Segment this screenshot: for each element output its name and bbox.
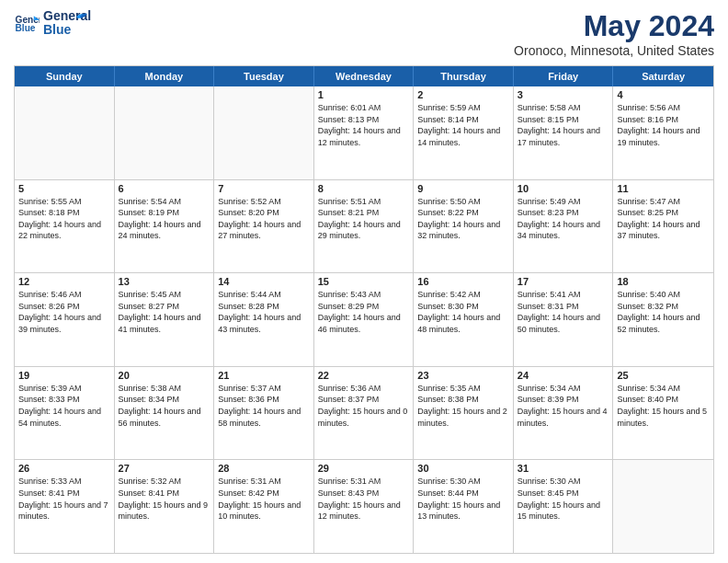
day-info: Sunrise: 5:46 AM Sunset: 8:26 PM Dayligh… [18, 289, 110, 335]
calendar-cell: 27Sunrise: 5:32 AM Sunset: 8:41 PM Dayli… [115, 460, 215, 553]
calendar-cell: 1Sunrise: 6:01 AM Sunset: 8:13 PM Daylig… [314, 86, 415, 179]
calendar-cell [214, 86, 314, 179]
day-number: 18 [617, 276, 710, 287]
logo: General Blue General Blue [14, 9, 87, 38]
day-number: 3 [518, 89, 609, 100]
day-info: Sunrise: 5:36 AM Sunset: 8:37 PM Dayligh… [318, 383, 410, 429]
day-info: Sunrise: 5:34 AM Sunset: 8:39 PM Dayligh… [518, 383, 609, 429]
day-info: Sunrise: 5:52 AM Sunset: 8:20 PM Dayligh… [218, 196, 310, 242]
day-info: Sunrise: 5:50 AM Sunset: 8:22 PM Dayligh… [417, 196, 509, 242]
day-info: Sunrise: 5:47 AM Sunset: 8:25 PM Dayligh… [617, 196, 710, 242]
calendar-cell: 20Sunrise: 5:38 AM Sunset: 8:34 PM Dayli… [115, 367, 215, 460]
calendar-cell [613, 460, 713, 553]
day-number: 28 [218, 463, 310, 474]
day-number: 22 [318, 370, 410, 381]
day-number: 12 [18, 276, 110, 287]
day-number: 9 [417, 183, 509, 194]
calendar-row: 12Sunrise: 5:46 AM Sunset: 8:26 PM Dayli… [15, 273, 713, 367]
day-number: 20 [119, 370, 210, 381]
calendar-cell: 17Sunrise: 5:41 AM Sunset: 8:31 PM Dayli… [514, 273, 614, 366]
calendar-cell: 14Sunrise: 5:44 AM Sunset: 8:28 PM Dayli… [214, 273, 314, 366]
calendar-cell [115, 86, 215, 179]
day-number: 5 [18, 183, 110, 194]
weekday-header: Wednesday [314, 66, 415, 86]
day-info: Sunrise: 5:56 AM Sunset: 8:16 PM Dayligh… [617, 102, 710, 148]
calendar-cell: 11Sunrise: 5:47 AM Sunset: 8:25 PM Dayli… [613, 180, 713, 273]
calendar-header: SundayMondayTuesdayWednesdayThursdayFrid… [15, 66, 713, 86]
day-number: 6 [119, 183, 210, 194]
weekday-header: Sunday [15, 66, 115, 86]
day-number: 7 [218, 183, 310, 194]
day-number: 24 [518, 370, 609, 381]
weekday-header: Monday [115, 66, 215, 86]
calendar-cell: 23Sunrise: 5:35 AM Sunset: 8:38 PM Dayli… [414, 367, 514, 460]
calendar-cell: 30Sunrise: 5:30 AM Sunset: 8:44 PM Dayli… [414, 460, 514, 553]
day-number: 30 [417, 463, 509, 474]
day-info: Sunrise: 5:43 AM Sunset: 8:29 PM Dayligh… [318, 289, 410, 335]
day-info: Sunrise: 5:40 AM Sunset: 8:32 PM Dayligh… [617, 289, 710, 335]
page: General Blue General Blue May 2024 Orono… [0, 0, 728, 563]
calendar-cell [15, 86, 115, 179]
calendar-cell: 16Sunrise: 5:42 AM Sunset: 8:30 PM Dayli… [414, 273, 514, 366]
calendar-body: 1Sunrise: 6:01 AM Sunset: 8:13 PM Daylig… [15, 86, 713, 553]
weekday-header: Thursday [414, 66, 514, 86]
day-number: 21 [218, 370, 310, 381]
calendar-cell: 5Sunrise: 5:55 AM Sunset: 8:18 PM Daylig… [15, 180, 115, 273]
calendar-cell: 31Sunrise: 5:30 AM Sunset: 8:45 PM Dayli… [514, 460, 614, 553]
calendar-cell: 3Sunrise: 5:58 AM Sunset: 8:15 PM Daylig… [514, 86, 614, 179]
calendar-cell: 15Sunrise: 5:43 AM Sunset: 8:29 PM Dayli… [314, 273, 415, 366]
day-info: Sunrise: 5:39 AM Sunset: 8:33 PM Dayligh… [18, 383, 110, 429]
day-info: Sunrise: 5:38 AM Sunset: 8:34 PM Dayligh… [119, 383, 210, 429]
day-info: Sunrise: 5:41 AM Sunset: 8:31 PM Dayligh… [518, 289, 609, 335]
day-number: 26 [18, 463, 110, 474]
day-info: Sunrise: 5:33 AM Sunset: 8:41 PM Dayligh… [18, 476, 110, 522]
day-info: Sunrise: 5:42 AM Sunset: 8:30 PM Dayligh… [417, 289, 509, 335]
day-number: 16 [417, 276, 509, 287]
calendar-cell: 22Sunrise: 5:36 AM Sunset: 8:37 PM Dayli… [314, 367, 415, 460]
calendar-cell: 13Sunrise: 5:45 AM Sunset: 8:27 PM Dayli… [115, 273, 215, 366]
weekday-header: Saturday [613, 66, 713, 86]
day-info: Sunrise: 5:55 AM Sunset: 8:18 PM Dayligh… [18, 196, 110, 242]
day-info: Sunrise: 5:30 AM Sunset: 8:45 PM Dayligh… [518, 476, 609, 522]
calendar-cell: 7Sunrise: 5:52 AM Sunset: 8:20 PM Daylig… [214, 180, 314, 273]
calendar-cell: 19Sunrise: 5:39 AM Sunset: 8:33 PM Dayli… [15, 367, 115, 460]
calendar-cell: 10Sunrise: 5:49 AM Sunset: 8:23 PM Dayli… [514, 180, 614, 273]
day-info: Sunrise: 6:01 AM Sunset: 8:13 PM Dayligh… [318, 102, 410, 148]
calendar-cell: 21Sunrise: 5:37 AM Sunset: 8:36 PM Dayli… [214, 367, 314, 460]
day-info: Sunrise: 5:35 AM Sunset: 8:38 PM Dayligh… [417, 383, 509, 429]
day-number: 19 [18, 370, 110, 381]
calendar-cell: 2Sunrise: 5:59 AM Sunset: 8:14 PM Daylig… [414, 86, 514, 179]
calendar-cell: 26Sunrise: 5:33 AM Sunset: 8:41 PM Dayli… [15, 460, 115, 553]
calendar-cell: 18Sunrise: 5:40 AM Sunset: 8:32 PM Dayli… [613, 273, 713, 366]
day-number: 2 [417, 89, 509, 100]
day-info: Sunrise: 5:37 AM Sunset: 8:36 PM Dayligh… [218, 383, 310, 429]
day-info: Sunrise: 5:30 AM Sunset: 8:44 PM Dayligh… [417, 476, 509, 522]
calendar-row: 26Sunrise: 5:33 AM Sunset: 8:41 PM Dayli… [15, 460, 713, 553]
day-info: Sunrise: 5:45 AM Sunset: 8:27 PM Dayligh… [119, 289, 210, 335]
day-info: Sunrise: 5:49 AM Sunset: 8:23 PM Dayligh… [518, 196, 609, 242]
calendar-row: 19Sunrise: 5:39 AM Sunset: 8:33 PM Dayli… [15, 367, 713, 461]
day-number: 1 [318, 89, 410, 100]
day-info: Sunrise: 5:31 AM Sunset: 8:42 PM Dayligh… [218, 476, 310, 522]
day-number: 15 [318, 276, 410, 287]
day-info: Sunrise: 5:31 AM Sunset: 8:43 PM Dayligh… [318, 476, 410, 522]
day-number: 11 [617, 183, 710, 194]
day-number: 8 [318, 183, 410, 194]
title-block: May 2024 Oronoco, Minnesota, United Stat… [514, 9, 714, 58]
day-info: Sunrise: 5:59 AM Sunset: 8:14 PM Dayligh… [417, 102, 509, 148]
calendar-cell: 8Sunrise: 5:51 AM Sunset: 8:21 PM Daylig… [314, 180, 415, 273]
day-info: Sunrise: 5:34 AM Sunset: 8:40 PM Dayligh… [617, 383, 710, 429]
weekday-header: Tuesday [214, 66, 314, 86]
day-number: 13 [119, 276, 210, 287]
weekday-header: Friday [514, 66, 614, 86]
day-number: 23 [417, 370, 509, 381]
calendar-cell: 24Sunrise: 5:34 AM Sunset: 8:39 PM Dayli… [514, 367, 614, 460]
subtitle: Oronoco, Minnesota, United States [514, 43, 714, 58]
day-info: Sunrise: 5:54 AM Sunset: 8:19 PM Dayligh… [119, 196, 210, 242]
day-number: 4 [617, 89, 710, 100]
day-info: Sunrise: 5:32 AM Sunset: 8:41 PM Dayligh… [119, 476, 210, 522]
logo-icon: General Blue [14, 10, 40, 36]
calendar-cell: 9Sunrise: 5:50 AM Sunset: 8:22 PM Daylig… [414, 180, 514, 273]
calendar-cell: 4Sunrise: 5:56 AM Sunset: 8:16 PM Daylig… [613, 86, 713, 179]
calendar-cell: 12Sunrise: 5:46 AM Sunset: 8:26 PM Dayli… [15, 273, 115, 366]
